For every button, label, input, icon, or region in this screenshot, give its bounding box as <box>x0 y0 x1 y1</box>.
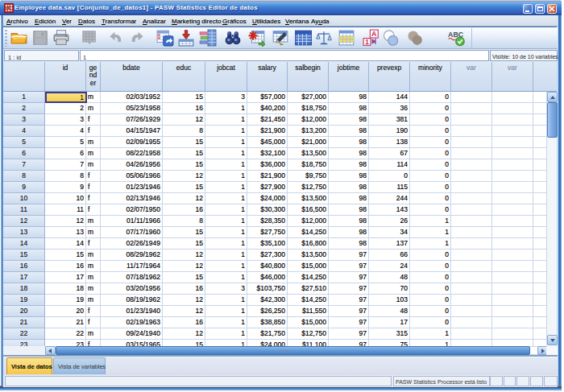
svg-text:A: A <box>371 30 377 38</box>
svg-text:1: 1 <box>365 39 369 46</box>
